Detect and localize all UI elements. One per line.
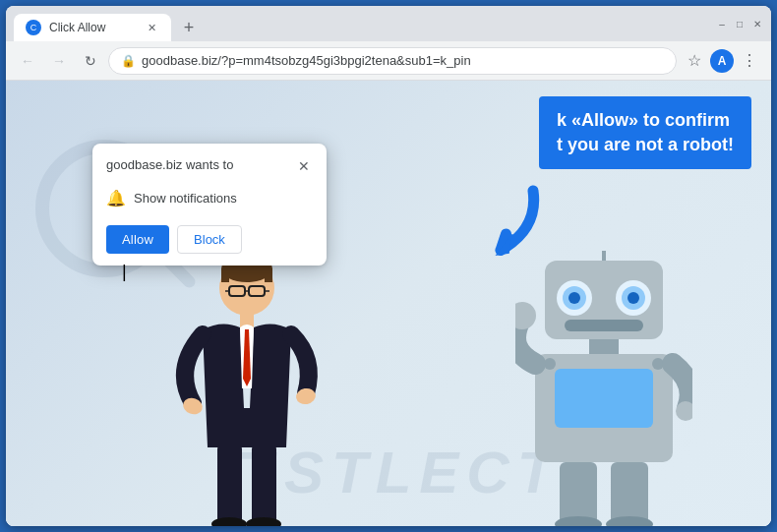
tab-favicon: C [26,20,41,35]
new-tab-button[interactable]: + [175,14,203,41]
popup-buttons: Allow Block [106,225,313,254]
blue-banner: k «Allow» to confirm t you are not a rob… [539,96,751,169]
popup-header: goodbase.biz wants to ✕ [106,157,313,175]
minimize-button[interactable]: – [716,18,728,30]
svg-rect-14 [252,445,276,524]
permission-text: Show notifications [134,191,237,206]
svg-rect-13 [217,445,242,524]
tab-area: C Click Allow ✕ + [14,6,704,41]
active-tab[interactable]: C Click Allow ✕ [14,14,171,41]
lock-icon: 🔒 [121,54,136,68]
back-button[interactable]: ← [14,47,41,75]
banner-line1: k «Allow» to confirm [557,108,734,133]
robot-figure [515,251,692,526]
refresh-button[interactable]: ↻ [77,47,104,75]
block-button[interactable]: Block [177,225,242,254]
toolbar: ← → ↻ 🔒 goodbase.biz/?p=mm4tsobzg45gi3bp… [6,41,771,81]
svg-rect-4 [265,268,272,282]
more-menu-button[interactable]: ⋮ [736,47,763,75]
window-controls: – □ ✕ [716,18,763,30]
title-bar: C Click Allow ✕ + – □ ✕ [6,6,771,41]
address-bar[interactable]: 🔒 goodbase.biz/?p=mm4tsobzg45gi3bpgi2ten… [108,47,677,75]
popup-permission-row: 🔔 Show notifications [106,185,313,211]
svg-point-20 [568,292,580,304]
profile-avatar[interactable]: A [710,49,734,73]
close-button[interactable]: ✕ [751,18,763,30]
allow-button[interactable]: Allow [106,225,169,254]
browser-window: C Click Allow ✕ + – □ ✕ ← → ↻ 🔒 goodbase… [6,6,771,526]
bookmark-button[interactable]: ☆ [681,47,708,75]
page-content: TISTLECT k «Allow» to confirm t you are … [6,81,771,526]
forward-button[interactable]: → [45,47,73,75]
popup-site-text: goodbase.biz wants to [106,157,233,172]
svg-rect-29 [555,369,653,428]
toolbar-actions: ☆ A ⋮ [681,47,763,75]
address-text: goodbase.biz/?p=mm4tsobzg45gi3bpgi2tena&… [142,53,664,68]
bell-icon: 🔔 [106,189,126,207]
maximize-button[interactable]: □ [734,18,746,30]
svg-rect-3 [221,268,229,282]
svg-rect-26 [565,320,643,331]
human-figure [163,251,330,526]
tab-title: Click Allow [49,21,136,34]
svg-point-32 [515,302,536,329]
svg-point-23 [628,292,639,304]
banner-line2: t you are not a robot! [557,133,734,157]
popup-close-button[interactable]: ✕ [295,157,313,175]
tab-close-button[interactable]: ✕ [144,20,159,35]
svg-rect-27 [589,339,619,354]
notification-popup: goodbase.biz wants to ✕ 🔔 Show notificat… [92,144,327,266]
